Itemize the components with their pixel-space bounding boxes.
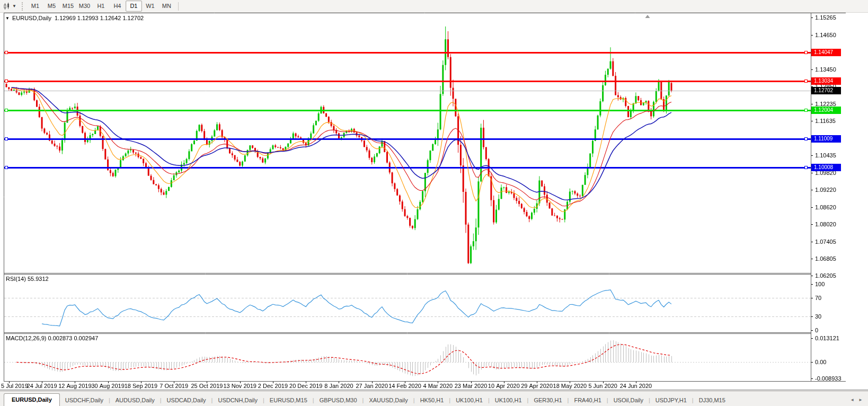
chart-tab-usdcad-daily[interactable]: USDCAD,Daily: [162, 394, 211, 406]
chart-tool-icon[interactable]: [2, 2, 12, 11]
timeframe-button-w1[interactable]: W1: [142, 1, 158, 12]
tab-scroll-left-icon[interactable]: ◄: [850, 398, 854, 402]
tool-dropdown-caret-icon[interactable]: ▼: [12, 4, 16, 8]
chart-tab-eurusd-daily[interactable]: EURUSD,Daily: [4, 393, 60, 406]
timeframe-button-d1[interactable]: D1: [126, 1, 142, 12]
timeframe-button-m15[interactable]: M15: [60, 1, 76, 12]
timeframe-buttons: M1M5M15M30H1H4D1W1MN: [27, 1, 182, 12]
toolbar-grip: [22, 2, 23, 11]
chart-tab-ger30-h1[interactable]: GER30,H1: [528, 394, 567, 406]
chart-tab-uk100-h1[interactable]: UK100,H1: [490, 394, 527, 406]
chart-tab-hk50-h1[interactable]: HK50,H1: [415, 394, 449, 406]
tab-scroll-right-icon[interactable]: ►: [858, 398, 863, 402]
chart-window: ▼EURUSD,Daily 1.12969 1.12993 1.12642 1.…: [0, 13, 868, 391]
toolbar-separator: [178, 2, 179, 11]
chart-tab-gbpusd-m30[interactable]: GBPUSD,M30: [314, 394, 362, 406]
chart-tab-eurusd-m15[interactable]: EURUSD,M15: [264, 394, 313, 406]
chart-tab-fra40-h1[interactable]: FRA40,H1: [569, 394, 606, 406]
tab-scroll-nav: ◄►: [850, 398, 868, 406]
chart-tab-audusd-daily[interactable]: AUDUSD,Daily: [110, 394, 160, 406]
price-chart-canvas[interactable]: [0, 13, 868, 391]
timeframe-button-mn[interactable]: MN: [158, 1, 175, 12]
chart-tab-usdjpy-h1[interactable]: USDJPY,H1: [650, 394, 692, 406]
timeframe-button-h1[interactable]: H1: [93, 1, 109, 12]
timeframe-button-m30[interactable]: M30: [76, 1, 93, 12]
chart-tab-usdcnh-daily[interactable]: USDCNH,Daily: [212, 394, 263, 406]
timeframe-button-h4[interactable]: H4: [109, 1, 126, 12]
chart-tabbar: EURUSD,DailyUSDCHF,Daily|AUDUSD,Daily|US…: [0, 391, 868, 406]
timeframe-button-m1[interactable]: M1: [27, 1, 43, 12]
chart-tab-usoil-daily[interactable]: USOil,Daily: [608, 394, 649, 406]
chart-tab-dj30-m15[interactable]: DJ30,M15: [694, 394, 731, 406]
chart-tab-uk100-h1[interactable]: UK100,H1: [450, 394, 488, 406]
timeframe-button-m5[interactable]: M5: [43, 1, 60, 12]
toolbar: ▼ M1M5M15M30H1H4D1W1MN: [0, 0, 868, 13]
chart-tab-xauusd-daily[interactable]: XAUUSD,Daily: [364, 394, 413, 406]
chart-tab-usdchf-daily[interactable]: USDCHF,Daily: [60, 394, 109, 406]
